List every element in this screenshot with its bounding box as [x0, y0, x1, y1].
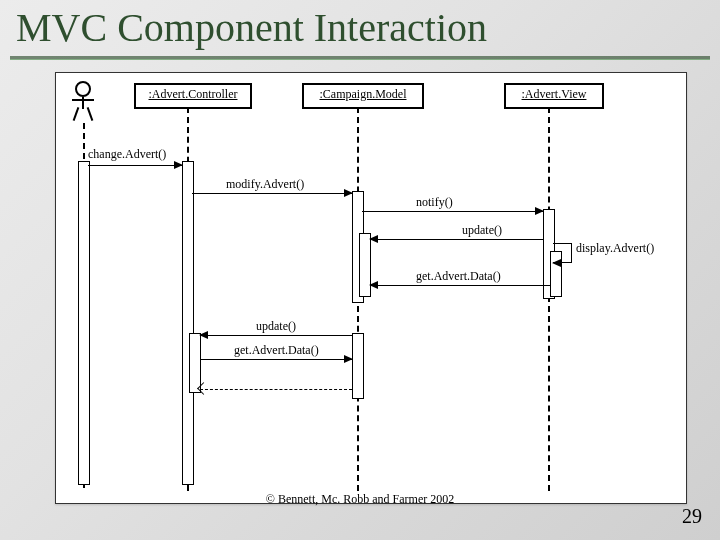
msg-getadvertdata-ctrl: get.Advert.Data(): [234, 343, 319, 358]
activation-actor: [78, 161, 90, 485]
msg-getadvertdata-view: get.Advert.Data(): [416, 269, 501, 284]
arrow-changeadvert: [88, 165, 182, 166]
activation-controller-nested: [189, 333, 201, 393]
activation-model-2: [352, 333, 364, 399]
msg-update-view: update(): [462, 223, 502, 238]
divider-accent: [10, 59, 710, 60]
lifeline-view: [548, 107, 550, 491]
arrow-modifyadvert: [192, 193, 352, 194]
arrow-update-view: [370, 239, 543, 240]
msg-displayadvert: display.Advert(): [576, 241, 654, 256]
participant-model: :Campaign.Model: [302, 83, 424, 109]
msg-update-ctrl: update(): [256, 319, 296, 334]
msg-modifyadvert: modify.Advert(): [226, 177, 304, 192]
copyright: © Bennett, Mc. Robb and Farmer 2002: [0, 492, 720, 507]
msg-changeadvert: change.Advert(): [88, 147, 166, 162]
msg-notify: notify(): [416, 195, 453, 210]
diagram-panel: :Advert.Controller :Campaign.Model :Adve…: [55, 72, 687, 504]
slide: MVC Component Interaction :Advert.Contro…: [0, 0, 720, 540]
actor-icon: [70, 81, 96, 121]
arrow-getadvertdata-ctrl: [200, 359, 352, 360]
arrow-displayadvert: [553, 243, 572, 263]
participant-view: :Advert.View: [504, 83, 604, 109]
page-title: MVC Component Interaction: [16, 4, 487, 51]
activation-controller: [182, 161, 194, 485]
arrow-update-ctrl: [200, 335, 352, 336]
arrow-return: [200, 389, 352, 390]
arrow-notify: [362, 211, 543, 212]
arrow-getadvertdata-view: [370, 285, 550, 286]
page-number: 29: [682, 505, 702, 528]
participant-controller: :Advert.Controller: [134, 83, 252, 109]
